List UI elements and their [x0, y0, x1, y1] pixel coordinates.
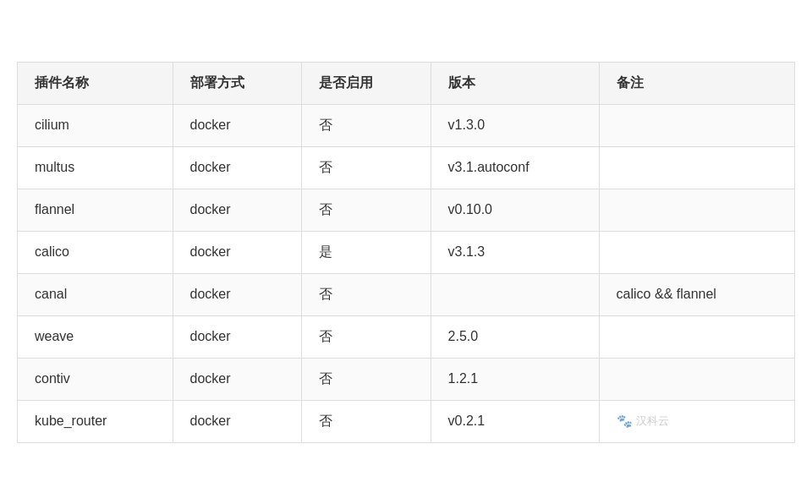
watermark-label: 汉科云: [636, 414, 669, 429]
cell-enabled: 否: [302, 358, 431, 400]
cell-enabled: 否: [302, 273, 431, 315]
cell-name: contiv: [18, 358, 173, 400]
cell-version: v0.10.0: [431, 189, 599, 231]
cell-note: [599, 231, 794, 273]
cell-enabled: 否: [302, 104, 431, 146]
cell-note: [599, 189, 794, 231]
cell-name: canal: [18, 273, 173, 315]
cell-note: [599, 146, 794, 189]
cell-deploy: docker: [173, 104, 301, 146]
col-header-enabled: 是否启用: [302, 62, 431, 104]
watermark-icon: 🐾: [617, 414, 633, 429]
cell-enabled: 否: [302, 146, 431, 189]
table-row: kube_routerdocker否v0.2.1 🐾 汉科云: [18, 400, 795, 442]
cell-version: v3.1.autoconf: [431, 146, 599, 189]
watermark: 🐾 汉科云: [617, 414, 777, 429]
cell-note: [599, 315, 794, 358]
table-header-row: 插件名称 部署方式 是否启用 版本 备注: [18, 62, 795, 104]
cell-name: weave: [18, 315, 173, 358]
table-row: canaldocker否calico && flannel: [18, 273, 795, 315]
cell-deploy: docker: [173, 400, 301, 442]
cell-deploy: docker: [173, 189, 301, 231]
cell-enabled: 否: [302, 315, 431, 358]
cell-deploy: docker: [173, 231, 301, 273]
cell-enabled: 否: [302, 400, 431, 442]
col-header-deploy: 部署方式: [173, 62, 301, 104]
cell-enabled: 否: [302, 189, 431, 231]
table-row: weavedocker否2.5.0: [18, 315, 795, 358]
cell-note: [599, 358, 794, 400]
cell-name: calico: [18, 231, 173, 273]
cell-deploy: docker: [173, 358, 301, 400]
col-header-name: 插件名称: [18, 62, 173, 104]
cell-version: v3.1.3: [431, 231, 599, 273]
cell-version: 2.5.0: [431, 315, 599, 358]
cell-version: v0.2.1: [431, 400, 599, 442]
cell-note: calico && flannel: [599, 273, 794, 315]
cell-deploy: docker: [173, 315, 301, 358]
table-row: ciliumdocker否v1.3.0: [18, 104, 795, 146]
col-header-note: 备注: [599, 62, 794, 104]
cell-note: 🐾 汉科云: [599, 400, 794, 442]
table-row: calicodocker是v3.1.3: [18, 231, 795, 273]
cell-note: [599, 104, 794, 146]
table-row: flanneldocker否v0.10.0: [18, 189, 795, 231]
cell-enabled: 是: [302, 231, 431, 273]
plugin-table-container: 插件名称 部署方式 是否启用 版本 备注 ciliumdocker否v1.3.0…: [17, 62, 795, 443]
cell-name: flannel: [18, 189, 173, 231]
col-header-version: 版本: [431, 62, 599, 104]
cell-version: v1.3.0: [431, 104, 599, 146]
cell-version: 1.2.1: [431, 358, 599, 400]
table-row: contivdocker否1.2.1: [18, 358, 795, 400]
cell-name: cilium: [18, 104, 173, 146]
cell-version: [431, 273, 599, 315]
cell-deploy: docker: [173, 146, 301, 189]
table-row: multusdocker否v3.1.autoconf: [18, 146, 795, 189]
cell-name: multus: [18, 146, 173, 189]
plugin-table: 插件名称 部署方式 是否启用 版本 备注 ciliumdocker否v1.3.0…: [17, 62, 795, 443]
cell-name: kube_router: [18, 400, 173, 442]
cell-deploy: docker: [173, 273, 301, 315]
